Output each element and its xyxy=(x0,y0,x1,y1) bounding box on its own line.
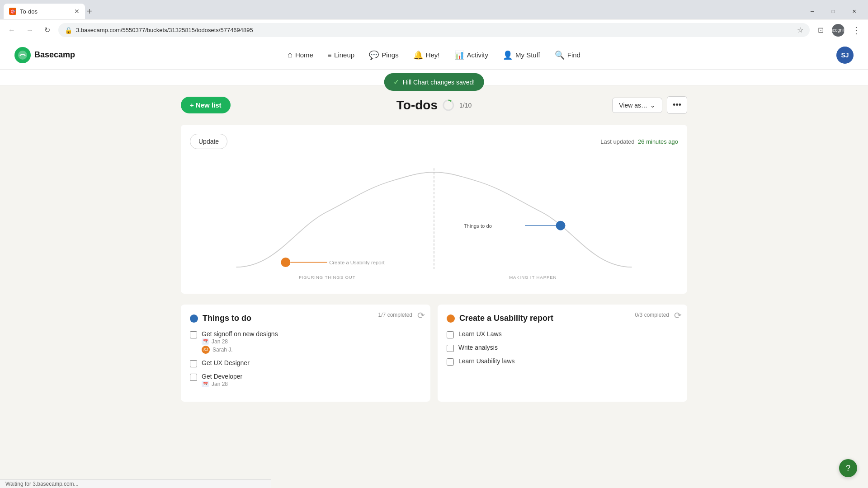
tab-close-btn[interactable]: ✕ xyxy=(74,8,80,15)
page-wrapper: + New list To-dos 1/10 View as… ⌄ ••• xyxy=(0,85,868,488)
tab-title: To-dos xyxy=(20,8,71,15)
svg-text:FIGURING THINGS OUT: FIGURING THINGS OUT xyxy=(299,275,355,280)
logo-text: Basecamp xyxy=(34,50,75,60)
meta-date: Jan 28 xyxy=(212,338,228,345)
nav-find[interactable]: 🔍 Find xyxy=(547,46,588,65)
sidebar-button[interactable]: ⊡ xyxy=(815,24,826,36)
card-progress-2: 0/3 completed xyxy=(635,312,669,318)
page-title-area: To-dos 1/10 xyxy=(396,98,472,113)
card-menu-2[interactable]: ⟳ xyxy=(674,310,682,321)
url-bar[interactable]: 🔒 3.basecamp.com/5550377/buckets/3132581… xyxy=(58,23,810,37)
refresh-button[interactable]: ↻ xyxy=(42,24,53,36)
new-tab-button[interactable]: + xyxy=(87,6,92,17)
browser-chrome: 🎯 To-dos ✕ + ─ □ ✕ ← → ↻ 🔒 3.basecamp.co… xyxy=(0,0,868,41)
window-controls: ─ □ ✕ xyxy=(802,4,868,19)
status-bar: Waiting for 3.basecamp.com... xyxy=(0,479,271,488)
svg-text:Create a Usability report: Create a Usability report xyxy=(329,260,385,265)
hill-point-usability[interactable] xyxy=(281,258,290,267)
todo-checkbox[interactable] xyxy=(190,374,197,381)
update-button[interactable]: Update xyxy=(190,134,227,149)
todo-meta: 📅 Jan 28 xyxy=(202,338,278,345)
todo-list-card-things-to-do: 1/7 completed ⟳ Things to do Get signoff… xyxy=(181,305,430,402)
nav-links: ⌂ Home ≡ Lineup 💬 Pings 🔔 Hey! 📊 Activit… xyxy=(280,46,588,65)
dropdown-arrow-icon: ⌄ xyxy=(650,102,656,109)
nav-right: SJ xyxy=(836,47,854,64)
header-actions: View as… ⌄ ••• xyxy=(612,96,687,114)
todo-assignee-meta: SJ Sarah J. xyxy=(202,346,278,354)
todo-item: Get signoff on new designs 📅 Jan 28 SJ S… xyxy=(190,330,421,354)
user-avatar[interactable]: SJ xyxy=(836,47,854,64)
minimize-button[interactable]: ─ xyxy=(802,4,823,19)
toast-check-icon: ✓ xyxy=(393,78,399,86)
todo-checkbox[interactable] xyxy=(190,360,197,367)
pings-icon: 💬 xyxy=(369,50,379,60)
help-button[interactable]: ? xyxy=(839,459,857,477)
card-dot-1 xyxy=(190,314,198,323)
todo-checkbox[interactable] xyxy=(190,331,197,338)
meta-date: Jan 28 xyxy=(212,381,228,387)
profile-icon[interactable]: Incognito xyxy=(832,24,844,37)
bookmark-icon[interactable]: ☆ xyxy=(797,26,803,34)
progress-donut xyxy=(442,99,455,112)
todo-text: Learn Usability laws xyxy=(458,357,515,365)
todo-item: Learn Usability laws xyxy=(447,357,678,366)
toast-message: Hill Chart changes saved! xyxy=(403,79,475,86)
nav-activity[interactable]: 📊 Activity xyxy=(447,46,496,65)
activity-icon: 📊 xyxy=(454,50,464,60)
nav-mystuff[interactable]: 👤 My Stuff xyxy=(495,46,547,65)
page-header: + New list To-dos 1/10 View as… ⌄ ••• xyxy=(181,96,687,114)
todo-text: Write analysis xyxy=(458,344,498,351)
mystuff-icon: 👤 xyxy=(503,50,513,60)
profile-area: Incognito xyxy=(832,24,844,37)
forward-button[interactable]: → xyxy=(24,24,36,36)
app-nav: Basecamp ⌂ Home ≡ Lineup 💬 Pings 🔔 Hey! … xyxy=(0,41,868,70)
todo-text: Get Developer xyxy=(202,373,242,380)
active-tab[interactable]: 🎯 To-dos ✕ xyxy=(4,4,85,19)
todo-checkbox[interactable] xyxy=(447,331,454,338)
hill-point-things-todo[interactable] xyxy=(556,221,566,230)
last-updated-link[interactable]: 26 minutes ago xyxy=(638,138,678,145)
todo-text: Get UX Designer xyxy=(202,359,250,366)
nav-hey[interactable]: 🔔 Hey! xyxy=(406,46,447,65)
svg-point-0 xyxy=(18,51,27,60)
home-icon: ⌂ xyxy=(288,50,292,60)
progress-count: 1/10 xyxy=(459,102,472,109)
todo-item: Write analysis xyxy=(447,344,678,352)
logo[interactable]: Basecamp xyxy=(14,47,75,63)
todo-item: Learn UX Laws xyxy=(447,330,678,338)
close-button[interactable]: ✕ xyxy=(844,4,864,19)
page-title: To-dos xyxy=(396,98,438,113)
todo-list-card-usability: 0/3 completed ⟳ Create a Usability repor… xyxy=(438,305,687,402)
find-icon: 🔍 xyxy=(555,50,565,60)
nav-lineup[interactable]: ≡ Lineup xyxy=(321,47,362,63)
last-updated-text: Last updated 26 minutes ago xyxy=(600,138,678,145)
todo-item: Get UX Designer xyxy=(190,359,421,367)
nav-pings[interactable]: 💬 Pings xyxy=(362,46,406,65)
card-title-1: Things to do xyxy=(203,314,251,323)
back-button[interactable]: ← xyxy=(5,24,18,36)
more-options-button[interactable]: ••• xyxy=(667,96,687,114)
assignee-avatar: SJ xyxy=(202,346,210,354)
main-content: + New list To-dos 1/10 View as… ⌄ ••• xyxy=(163,85,705,413)
toast-notification: ✓ Hill Chart changes saved! xyxy=(384,73,484,91)
view-as-button[interactable]: View as… ⌄ xyxy=(612,98,662,113)
calendar-icon: 📅 xyxy=(202,381,209,387)
card-title-2: Create a Usability report xyxy=(459,314,553,323)
todo-text: Learn UX Laws xyxy=(458,330,502,338)
browser-menu-button[interactable]: ⋮ xyxy=(850,25,863,36)
todo-checkbox[interactable] xyxy=(447,345,454,352)
new-list-button[interactable]: + New list xyxy=(181,97,231,113)
lineup-icon: ≡ xyxy=(328,52,331,59)
address-bar: ← → ↻ 🔒 3.basecamp.com/5550377/buckets/3… xyxy=(0,19,868,41)
calendar-icon: 📅 xyxy=(202,338,209,345)
hill-chart-header: Update Last updated 26 minutes ago xyxy=(190,134,678,149)
card-progress-1: 1/7 completed xyxy=(378,312,412,318)
todo-text: Get signoff on new designs xyxy=(202,330,278,338)
nav-home[interactable]: ⌂ Home xyxy=(280,46,321,64)
card-dot-2 xyxy=(447,314,455,323)
maximize-button[interactable]: □ xyxy=(823,4,844,19)
hill-chart-container: Update Last updated 26 minutes ago FIGUR… xyxy=(181,125,687,294)
todo-checkbox[interactable] xyxy=(447,358,454,366)
card-menu-1[interactable]: ⟳ xyxy=(417,310,425,321)
todo-item: Get Developer 📅 Jan 28 xyxy=(190,373,421,387)
